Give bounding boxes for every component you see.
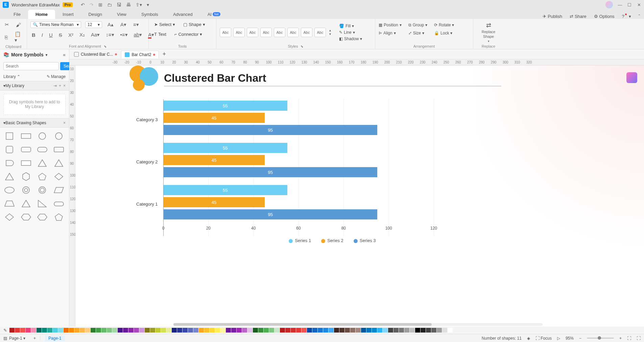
color-swatch[interactable] bbox=[247, 328, 253, 333]
zoom-out-button[interactable]: − bbox=[579, 336, 581, 341]
color-swatch[interactable] bbox=[31, 328, 36, 333]
chart-bar[interactable]: 55 bbox=[163, 101, 287, 111]
print-icon[interactable]: 🖶 bbox=[126, 2, 131, 7]
zoom-slider[interactable] bbox=[587, 338, 614, 339]
color-swatch[interactable] bbox=[183, 328, 188, 333]
focus-button[interactable]: ⛶ Focus bbox=[535, 336, 552, 341]
color-swatch[interactable] bbox=[166, 328, 171, 333]
color-swatch[interactable] bbox=[231, 328, 236, 333]
doc-tab[interactable]: Clustered Bar C... bbox=[71, 51, 120, 58]
color-swatch[interactable] bbox=[393, 328, 399, 333]
color-swatch[interactable] bbox=[101, 328, 106, 333]
page-list-icon[interactable]: ▤ bbox=[3, 336, 7, 341]
share-button[interactable]: ⇄Share bbox=[570, 14, 587, 19]
undo-icon[interactable]: ↶ bbox=[81, 2, 85, 7]
color-swatch[interactable] bbox=[91, 328, 96, 333]
add-tab-button[interactable]: + bbox=[160, 51, 169, 58]
zoom-value[interactable]: 95% bbox=[566, 336, 574, 341]
color-swatch[interactable] bbox=[366, 328, 372, 333]
color-swatch[interactable] bbox=[307, 328, 312, 333]
style-gallery[interactable]: Abc Abc Abc Abc Abc Abc Abc Abc ▴▾ bbox=[220, 28, 332, 37]
italic-icon[interactable]: I bbox=[40, 31, 44, 38]
layers-icon[interactable]: ◈ bbox=[527, 336, 530, 341]
chart-bar[interactable]: 55 bbox=[163, 143, 287, 153]
style-preview[interactable]: Abc bbox=[260, 28, 272, 37]
font-size-select[interactable]: 12▾ bbox=[85, 21, 102, 28]
page-selector[interactable]: Page-1 ▾ bbox=[9, 336, 25, 341]
color-swatch[interactable] bbox=[193, 328, 198, 333]
chart-bar[interactable]: 45 bbox=[163, 155, 265, 165]
color-swatch[interactable] bbox=[318, 328, 323, 333]
style-more-icon[interactable]: ▴▾ bbox=[328, 28, 332, 37]
font-expand-icon[interactable]: ⬊ bbox=[104, 45, 106, 48]
import-icon[interactable]: ⇥ bbox=[53, 83, 57, 88]
color-swatch[interactable] bbox=[118, 328, 123, 333]
color-swatch[interactable] bbox=[242, 328, 247, 333]
shape-rectangle[interactable] bbox=[20, 131, 32, 141]
presentation-icon[interactable]: ▷ bbox=[557, 336, 560, 341]
case-icon[interactable]: Aa▾ bbox=[90, 31, 101, 38]
shape-donut[interactable] bbox=[20, 185, 32, 195]
canvas-scrollbar-h[interactable] bbox=[173, 323, 543, 326]
ruler-horizontal[interactable]: -30-20-100102030405060708090100110120130… bbox=[69, 59, 644, 65]
shape-trapezoid[interactable] bbox=[3, 199, 16, 209]
color-swatch[interactable] bbox=[107, 328, 112, 333]
shape-tool[interactable]: ▢Shape ▾ bbox=[181, 21, 207, 28]
color-swatch[interactable] bbox=[47, 328, 52, 333]
shadow-button[interactable]: ◧Shadow ▾ bbox=[339, 36, 362, 42]
color-swatch[interactable] bbox=[123, 328, 128, 333]
color-swatch[interactable] bbox=[145, 328, 150, 333]
chart-bar[interactable]: 95 bbox=[163, 125, 377, 135]
menu-home[interactable]: Home bbox=[28, 10, 55, 19]
color-swatch[interactable] bbox=[323, 328, 328, 333]
menu-file[interactable]: File bbox=[6, 10, 28, 19]
color-swatch[interactable] bbox=[388, 328, 393, 333]
color-swatch[interactable] bbox=[280, 328, 285, 333]
text-tool[interactable]: TText bbox=[152, 31, 168, 38]
style-preview[interactable]: Abc bbox=[247, 28, 258, 37]
shape-triangle[interactable] bbox=[36, 158, 48, 168]
shape-diamond2[interactable] bbox=[3, 212, 16, 222]
color-swatch[interactable] bbox=[275, 328, 280, 333]
subscript-icon[interactable]: X₂ bbox=[78, 31, 86, 38]
ruler-vertical[interactable]: 102030405060708090100110120130140150 bbox=[69, 65, 75, 326]
color-swatch[interactable] bbox=[448, 328, 453, 333]
color-swatch[interactable] bbox=[37, 328, 42, 333]
style-preview[interactable]: Abc bbox=[220, 28, 231, 37]
menu-advanced[interactable]: Advanced bbox=[166, 10, 200, 19]
style-preview[interactable]: Abc bbox=[301, 28, 312, 37]
chart-bar[interactable]: 95 bbox=[163, 167, 377, 177]
color-swatch[interactable] bbox=[356, 328, 361, 333]
style-preview[interactable]: Abc bbox=[274, 28, 285, 37]
color-swatch[interactable] bbox=[264, 328, 269, 333]
shape-stadium[interactable] bbox=[53, 199, 65, 209]
color-swatch[interactable] bbox=[58, 328, 63, 333]
menu-symbols[interactable]: Symbols bbox=[134, 10, 166, 19]
shape-rect-fill[interactable] bbox=[20, 158, 32, 168]
paste-icon[interactable]: 📋▾ bbox=[13, 30, 23, 44]
legend-item[interactable]: Series 1 bbox=[289, 238, 311, 243]
color-swatch[interactable] bbox=[437, 328, 442, 333]
color-swatch[interactable] bbox=[161, 328, 166, 333]
zoom-in-button[interactable]: + bbox=[619, 336, 622, 341]
color-swatch[interactable] bbox=[410, 328, 415, 333]
maximize-button[interactable]: ☐ bbox=[627, 2, 632, 7]
eyedropper-icon[interactable]: ✎ bbox=[3, 328, 7, 333]
shape-circle[interactable] bbox=[36, 131, 48, 141]
underline-icon[interactable]: U bbox=[48, 31, 54, 38]
color-swatch[interactable] bbox=[15, 328, 20, 333]
color-swatch[interactable] bbox=[210, 328, 215, 333]
sidebar-collapse-icon[interactable]: « bbox=[63, 52, 66, 57]
shape-diamond[interactable] bbox=[53, 172, 65, 182]
color-swatch[interactable] bbox=[339, 328, 344, 333]
my-library-section[interactable]: ▾ My Library ⇥ + × bbox=[0, 81, 69, 90]
color-swatch[interactable] bbox=[74, 328, 79, 333]
fit-page-icon[interactable]: ⛶ bbox=[627, 336, 631, 341]
chart-bar[interactable]: 55 bbox=[163, 185, 287, 195]
menu-design[interactable]: Design bbox=[81, 10, 110, 19]
bold-icon[interactable]: B bbox=[30, 31, 37, 38]
color-swatch[interactable] bbox=[345, 328, 350, 333]
shape-triangle2[interactable] bbox=[53, 158, 65, 168]
add-icon[interactable]: + bbox=[59, 83, 61, 88]
color-swatch[interactable] bbox=[334, 328, 339, 333]
